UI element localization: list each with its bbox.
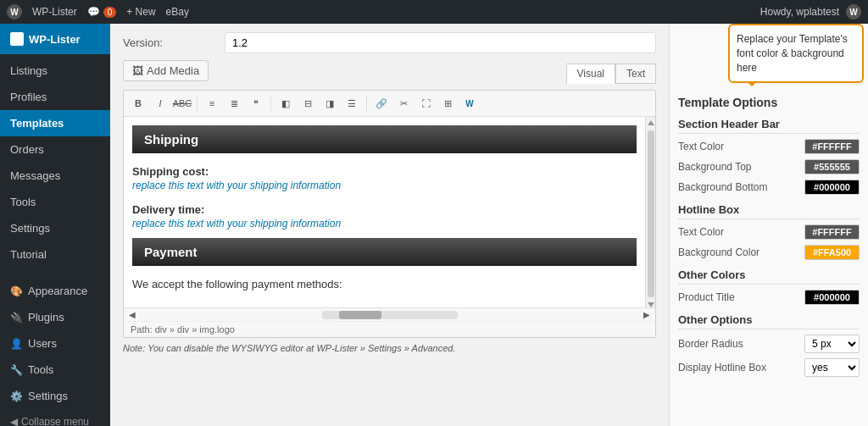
- sidebar-item-tools[interactable]: Tools: [0, 189, 110, 215]
- sidebar-brand[interactable]: WP-Lister: [0, 24, 110, 54]
- sidebar-label-tools2: Tools: [28, 363, 53, 376]
- border-radius-select[interactable]: 5 px 0 px 3 px 10 px: [804, 335, 860, 353]
- sidebar-label-orders: Orders: [10, 143, 44, 156]
- scroll-track-h[interactable]: [322, 311, 458, 319]
- sidebar-item-settings2[interactable]: ⚙️ Settings: [0, 383, 110, 409]
- admin-bar-new[interactable]: + New: [126, 6, 155, 18]
- color-swatch-text-color[interactable]: #FFFFFF: [804, 139, 860, 154]
- toolbar-link[interactable]: 🔗: [372, 94, 391, 113]
- sidebar: WP-Lister Listings Profiles Templates Or…: [0, 24, 110, 426]
- toolbar-align-justify[interactable]: ☰: [342, 94, 361, 113]
- content-area: Version: 🖼 Add Media Visual Text B I: [110, 24, 669, 426]
- collapse-menu-button[interactable]: ◀ Collapse menu: [0, 409, 110, 426]
- sidebar-label-tools: Tools: [10, 196, 36, 208]
- sidebar-label-plugins: Plugins: [28, 311, 64, 324]
- version-row: Version:: [123, 32, 656, 53]
- scroll-up-icon: [648, 120, 654, 125]
- toolbar-strikethrough[interactable]: ABC: [173, 94, 192, 113]
- option-row-border-radius: Border Radius 5 px 0 px 3 px 10 px: [678, 335, 860, 353]
- appearance-icon: 🎨: [10, 285, 23, 297]
- note-text: Note: You can disable the WYSIWYG editor…: [123, 343, 456, 353]
- option-row-display-hotline: Display Hotline Box yes no: [678, 358, 860, 377]
- editor-section: Version: 🖼 Add Media Visual Text B I: [110, 24, 669, 426]
- sidebar-item-listings[interactable]: Listings: [0, 58, 110, 84]
- scrollbar-right-arrow[interactable]: ▶: [643, 310, 650, 319]
- option-row-hotline-text: Text Color #FFFFFF: [678, 224, 860, 240]
- brand-label: WP-Lister: [29, 33, 81, 46]
- tab-visual[interactable]: Visual: [566, 64, 615, 84]
- other-colors-title: Other Colors: [678, 268, 860, 285]
- sidebar-item-profiles[interactable]: Profiles: [0, 84, 110, 110]
- add-media-button[interactable]: 🖼 Add Media: [123, 60, 209, 81]
- payment-body: We accept the following payment methods:: [132, 278, 637, 290]
- sidebar-item-plugins[interactable]: 🔌 Plugins: [0, 304, 110, 330]
- editor-toolbar: B I ABC ≡ ≣ ❝ ◧ ⊟ ◨ ☰ 🔗 ✂ ⛶ ⊞: [124, 91, 655, 117]
- sidebar-label-settings2: Settings: [28, 390, 68, 402]
- shipping-cost-body: replace this text with your shipping inf…: [132, 180, 637, 191]
- admin-bar-wp[interactable]: W: [7, 4, 22, 19]
- toolbar-wp[interactable]: W: [460, 94, 479, 113]
- toolbar-table[interactable]: ⊞: [438, 94, 457, 113]
- toolbar-unlink[interactable]: ✂: [394, 94, 413, 113]
- toolbar-align-left[interactable]: ◧: [276, 94, 295, 113]
- editor-path: Path: div » div » img.logo: [124, 321, 655, 337]
- sidebar-item-orders[interactable]: Orders: [0, 136, 110, 163]
- sidebar-label-settings: Settings: [10, 222, 50, 235]
- sidebar-item-templates[interactable]: Templates: [0, 110, 110, 136]
- content-block-delivery-time: Delivery time: replace this text with yo…: [132, 200, 637, 238]
- sidebar-item-users[interactable]: 👤 Users: [0, 330, 110, 357]
- shipping-cost-title: Shipping cost:: [132, 165, 637, 178]
- color-swatch-bg-top[interactable]: #555555: [804, 159, 860, 174]
- toolbar-align-right[interactable]: ◨: [320, 94, 339, 113]
- editor-statusbar: ◀ ▶: [124, 307, 655, 321]
- sidebar-item-tutorial[interactable]: Tutorial: [0, 241, 110, 268]
- scrollbar-left-arrow[interactable]: ◀: [129, 310, 136, 319]
- sidebar-label-tutorial: Tutorial: [10, 248, 47, 261]
- admin-bar-comments[interactable]: 💬 0: [87, 6, 117, 18]
- editor-body[interactable]: Shipping Shipping cost: replace this tex…: [124, 117, 645, 307]
- option-label-display-hotline: Display Hotline Box: [678, 362, 766, 373]
- toolbar-fullscreen[interactable]: ⛶: [416, 94, 435, 113]
- option-row-hotline-bg: Background Color #FFA500: [678, 245, 860, 260]
- editor-body-wrapper: Shipping Shipping cost: replace this tex…: [124, 117, 655, 307]
- editor-note: Note: You can disable the WYSIWYG editor…: [123, 343, 656, 353]
- sidebar-label-profiles: Profiles: [10, 91, 47, 103]
- color-swatch-product-title[interactable]: #000000: [804, 290, 860, 305]
- toolbar-ol[interactable]: ≣: [225, 94, 243, 113]
- tooltip-bubble: Replace your Template's font color & bac…: [728, 24, 864, 83]
- toolbar-italic[interactable]: I: [151, 94, 170, 113]
- color-swatch-hotline-text[interactable]: #FFFFFF: [804, 224, 860, 240]
- option-label-bg-top: Background Top: [678, 161, 752, 173]
- display-hotline-select[interactable]: yes no: [804, 358, 860, 377]
- option-label-text-color: Text Color: [678, 141, 724, 152]
- color-swatch-bg-bottom[interactable]: #000000: [804, 180, 860, 195]
- wp-logo-icon: W: [7, 4, 22, 19]
- delivery-time-body: replace this text with your shipping inf…: [132, 218, 637, 230]
- version-input[interactable]: [225, 32, 656, 53]
- editor-scrollbar[interactable]: [645, 117, 655, 307]
- sidebar-item-settings[interactable]: Settings: [0, 215, 110, 241]
- sidebar-item-messages[interactable]: Messages: [0, 163, 110, 189]
- toolbar-align-center[interactable]: ⊟: [298, 94, 317, 113]
- toolbar-sep1: [197, 96, 198, 111]
- new-label: + New: [126, 6, 155, 18]
- collapse-label: Collapse menu: [21, 416, 89, 426]
- tab-text[interactable]: Text: [615, 64, 656, 84]
- toolbar-quote[interactable]: ❝: [247, 94, 265, 113]
- admin-bar-ebay[interactable]: eBay: [166, 6, 189, 18]
- sidebar-item-tools2[interactable]: 🔧 Tools: [0, 357, 110, 383]
- tooltip-text: Replace your Template's font color & bac…: [737, 33, 848, 74]
- editor-tabs: Visual Text: [566, 64, 656, 84]
- admin-bar-site[interactable]: WP-Lister: [32, 6, 77, 18]
- toolbar-bold[interactable]: B: [129, 94, 147, 113]
- sidebar-label-appearance: Appearance: [28, 285, 87, 297]
- add-media-icon: 🖼: [132, 64, 143, 77]
- toolbar-ul[interactable]: ≡: [203, 94, 221, 113]
- howdy-label: Howdy, wplabtest: [760, 6, 839, 18]
- admin-bar-right: Howdy, wplabtest W: [760, 4, 861, 19]
- sidebar-item-appearance[interactable]: 🎨 Appearance: [0, 278, 110, 304]
- tools-icon: 🔧: [10, 364, 23, 376]
- admin-bar: W WP-Lister 💬 0 + New eBay Howdy, wplabt…: [0, 0, 868, 24]
- other-options-title: Other Options: [678, 313, 860, 329]
- color-swatch-hotline-bg[interactable]: #FFA500: [804, 245, 860, 260]
